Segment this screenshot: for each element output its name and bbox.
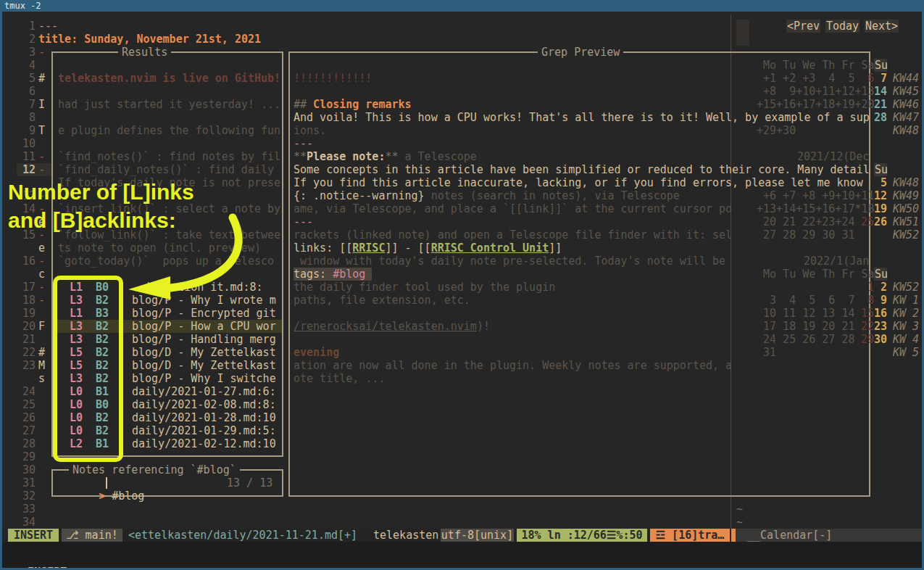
line-number: 12 [17,163,36,176]
calendar-week-number: KW 5 [893,346,919,359]
empty-line-tilde: ~ [736,516,743,529]
calendar-sunday-date[interactable]: 5 [874,176,887,189]
preview-line: evening [294,346,869,359]
results-dim-line: e plugin defines the following fun [58,124,281,137]
buffer-line-1: --- [38,20,58,33]
calendar-week-number: KW48 [893,176,919,189]
calendar-month-title: 2021/12(Dec [797,150,869,163]
calendar-sunday-date[interactable]: 23 [874,320,887,333]
calendar-sunday-date[interactable]: 26 [874,215,887,228]
annotation-line-1: Number of [L]inks [8,178,194,205]
calendar-week-number: KW 2 [893,307,919,320]
calendar-statusline-label: __Calendar[-] [747,529,832,542]
calendar-week-number: KW47 [893,111,919,124]
calendar-sunday-date[interactable]: 14 [874,85,887,98]
buffer-text-fragment: - [38,294,45,307]
empty-line-tilde: ~ [736,503,743,516]
plugin-name: telekasten [373,529,438,542]
line-number: 20 [17,320,36,333]
calendar-sunday-date[interactable]: 21 [874,98,887,111]
calendar-week-number: KW44 [893,72,919,85]
calendar-weekdays: +15+16+17+18+19+20 [757,98,875,111]
annotation-line-2: and [B]acklinks: [8,207,176,234]
line-number: 21 [17,333,36,346]
buffer-text-fragment: F [38,320,45,333]
result-entry-text: daily/2021-02-08.md:8: [132,398,276,411]
line-number: 22 [17,346,36,359]
statusline: INSERT ⎇ main! <ettelkasten/daily/2021-1… [2,529,731,542]
buffer-text-fragment: # [38,72,45,85]
warning-indicator[interactable]: ☲ [16]tra… [650,529,730,542]
calendar-sunday-header: Su [874,59,887,72]
results-panel-title: Results [118,46,171,59]
line-number: 3 [17,46,36,59]
preview-line: ote title, ... [294,372,869,385]
line-number: 31 [17,476,36,490]
result-entry-text: blog/P - Encrypted git [132,307,276,320]
calendar-saturday: 25 [854,215,874,228]
calendar-saturday: 22 [854,320,874,333]
calendar-week-number: KW45 [893,85,919,98]
calendar-weekdays: +13+14+15+16+17*18 [757,202,875,215]
calendar-sunday-date[interactable]: 30 [874,333,887,346]
preview-panel-title: Grep Preview [538,46,623,59]
result-entry-text: blog/D - My Zettelkast [132,359,276,372]
text-cursor [106,477,107,489]
result-entry-text: blog/P - How a CPU wor [132,320,276,333]
calendar-week-number: KW48 [893,124,919,137]
calendar-sunday-header: Su [874,163,887,176]
calendar-gutter-block [736,20,749,46]
tmux-title: tmux -2 [4,1,41,11]
preview-line: --- [294,137,869,150]
line-number: 30 [17,463,36,476]
git-branch[interactable]: ⎇ main! [62,529,122,542]
line-number: 4 [17,59,36,72]
command-line-area: -- INSERT -- [2,542,922,568]
neovim-screen: Results Notes referencing `#blog` Grep P… [2,12,922,568]
calendar-weekdays [757,281,854,294]
buffer-text-fragment: T [38,124,45,137]
calendar-saturday: 15 [854,307,874,320]
calendar-week-number: KW 3 [893,320,919,333]
calendar-weekdays: 24 25 26 27 28 [757,333,854,346]
calendar-sunday-date[interactable]: 16 [874,307,887,320]
calendar-weekdays: 17 18 19 20 21 [757,320,854,333]
line-number: 10 [17,137,36,150]
calendar-sunday-date[interactable]: 19 [874,202,887,215]
calendar-weekdays: 20 21 22+23+24 [757,215,854,228]
calendar-sunday-date[interactable]: 28 [874,111,887,124]
result-entry-text: daily/2021-01-27.md:6: [132,385,276,398]
calendar-saturday: 29 [854,333,874,346]
results-dim-line: `find_daily_notes()` : find daily [58,163,281,176]
result-entry-text: blog/D - My Zettelkast [132,346,276,359]
result-count: 13 / 13 [227,476,272,490]
line-number: 16 [17,255,36,268]
position-indicator: 18% ln :12/66☰%:50 [517,529,647,542]
terminal-window: tmux -2 Results Notes referencing `#blog… [0,0,924,570]
search-input[interactable]: > #blog [59,476,144,490]
line-number: 6 [17,85,36,98]
line-number: 2 [17,33,36,46]
calendar-sunday-date[interactable]: 12 [874,189,887,202]
calendar-saturday: 1 [854,281,874,294]
calendar-sunday-date[interactable]: 9 [874,294,887,307]
line-number: 9 [17,124,36,137]
result-entry-text: daily/2021-01-29.md:5: [132,424,276,437]
calendar-today-button[interactable]: Today [825,20,860,33]
search-query: #blog [112,490,144,503]
buffer-text-fragment: e [38,241,45,255]
calendar-saturday: 8 [854,294,874,307]
result-entry-text: i mention it.md:8: [132,281,263,294]
mode-message: -- INSERT -- [8,566,86,568]
results-dim-line: telekasten.nvim is live on GitHub! [58,72,281,85]
file-path[interactable]: <ettelkasten/daily/2021-11-21.md[+] [128,529,357,542]
buffer-text-fragment: - [38,150,45,163]
calendar-weekdays: +29+30 [757,124,796,137]
prompt-caret: > [99,490,105,503]
line-number: 8 [17,111,36,124]
calendar-sunday-date[interactable]: 7 [874,72,887,85]
calendar-prev-button[interactable]: <Prev [786,20,820,33]
calendar-next-button[interactable]: Next> [865,20,899,33]
calendar-sunday-date[interactable]: 2 [874,281,887,294]
line-number: 29 [17,450,36,463]
